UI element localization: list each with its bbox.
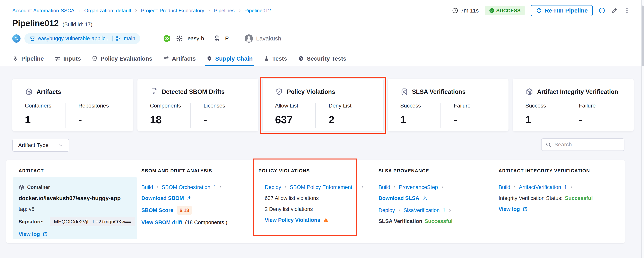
stage-link[interactable]: Build bbox=[378, 184, 390, 190]
page-scrollbar[interactable] bbox=[641, 0, 644, 258]
tab-tests[interactable]: Tests bbox=[263, 52, 287, 66]
chevron-right-icon bbox=[448, 208, 452, 212]
stat: Repositories - bbox=[78, 102, 119, 128]
rerun-pipeline-button[interactable]: Re-run Pipeline bbox=[531, 5, 593, 16]
stat: Success 1 bbox=[525, 102, 566, 128]
download-sbom-link[interactable]: Download SBOM bbox=[141, 195, 192, 201]
meta-divider bbox=[237, 33, 237, 44]
scrollbar-thumb[interactable] bbox=[642, 6, 644, 66]
step-link[interactable]: SBOM Orchestration_1 bbox=[162, 184, 216, 190]
search-input[interactable] bbox=[554, 142, 620, 148]
artifact-signature-row: Signature: MEQCICde2Vjl...L+2+mqnOXw== bbox=[18, 217, 135, 226]
sbom-score-link[interactable]: SBOM Score bbox=[141, 207, 174, 214]
download-icon bbox=[187, 196, 192, 201]
sbom-score-row: SBOM Score 6.13 bbox=[141, 206, 227, 214]
supply-chain-shield-icon bbox=[206, 56, 212, 62]
policy-step-path: Deploy SBOM Policy Enforcement_1 bbox=[265, 184, 364, 190]
step-link[interactable]: ArtifactVerification_1 bbox=[519, 184, 567, 190]
stat-divider bbox=[566, 103, 566, 128]
breadcrumb-pipelines[interactable]: Pipelines bbox=[214, 8, 235, 14]
integrity-view-log-row: View log bbox=[498, 206, 593, 212]
card-title: Artifacts bbox=[36, 88, 61, 96]
chevron-right-icon bbox=[392, 185, 396, 189]
stat: Allow List 637 bbox=[275, 102, 315, 128]
stat-divider bbox=[315, 103, 316, 128]
tab-pipeline[interactable]: Pipeline bbox=[12, 52, 44, 66]
stat: Deny List 2 bbox=[329, 102, 369, 128]
edit-pipeline-button[interactable] bbox=[611, 7, 618, 14]
status-badge: SUCCESS bbox=[485, 6, 525, 15]
view-policy-violations-row: View Policy Violations bbox=[265, 217, 364, 223]
tab-supply-chain[interactable]: Supply Chain bbox=[206, 52, 253, 66]
download-slsa-link[interactable]: Download SLSA bbox=[378, 195, 428, 201]
breadcrumb-project[interactable]: Project: Product Exploratory bbox=[141, 8, 204, 14]
more-options-button[interactable] bbox=[624, 7, 630, 14]
artifact-type-dropdown[interactable]: Artifact Type bbox=[12, 139, 69, 152]
sbom-step-path: Build SBOM Orchestration_1 bbox=[141, 184, 227, 190]
step-link[interactable]: SlsaVerification_1 bbox=[404, 207, 446, 214]
download-slsa-row: Download SLSA bbox=[378, 195, 452, 201]
trigger-initial[interactable]: P. bbox=[225, 36, 230, 42]
stat: Failure - bbox=[454, 102, 494, 128]
sbom-document-icon bbox=[150, 88, 158, 96]
status-successful: Successful bbox=[565, 195, 593, 201]
view-sbom-drift-link[interactable]: View SBOM drift bbox=[141, 219, 182, 226]
tab-security-tests[interactable]: Security Tests bbox=[298, 52, 346, 66]
sbom-drift-row: View SBOM drift (18 Components ) bbox=[141, 219, 227, 226]
shield-check-icon bbox=[275, 88, 283, 96]
stage-link[interactable]: Build bbox=[498, 184, 510, 190]
slsa-shield-icon bbox=[400, 88, 408, 96]
tab-artifacts[interactable]: Artifacts bbox=[163, 52, 196, 66]
breadcrumb-account[interactable]: Account: Automation-SSCA bbox=[12, 8, 74, 14]
step-link[interactable]: ProvenanceStep bbox=[399, 184, 438, 190]
card-title: SLSA Verifications bbox=[412, 88, 466, 96]
stat: Failure - bbox=[579, 102, 619, 128]
artifact-type-label: Container bbox=[27, 184, 50, 190]
sbom-cell: Build SBOM Orchestration_1 Download SBOM… bbox=[141, 184, 227, 226]
triggered-by-user: Lavakush bbox=[245, 34, 281, 42]
column-header-policy: POLICY VIOLATIONS bbox=[258, 168, 310, 174]
cube-icon bbox=[25, 88, 33, 96]
view-log-link[interactable]: View log bbox=[18, 231, 48, 237]
policy-cell: Deploy SBOM Policy Enforcement_1 637 All… bbox=[265, 184, 364, 223]
chevron-right-icon bbox=[284, 185, 288, 189]
check-circle-icon bbox=[489, 8, 494, 13]
pipeline-ref-text[interactable]: easy-b... bbox=[188, 36, 208, 42]
breadcrumb-current[interactable]: Pipeline012 bbox=[244, 8, 271, 14]
info-button[interactable] bbox=[599, 7, 605, 14]
card-artifacts: Artifacts Containers 1 Repositories - bbox=[12, 79, 133, 131]
execution-tabs: Pipeline Inputs Policy Evaluations Artif… bbox=[0, 52, 644, 66]
slsa-cell: Build ProvenanceStep Download SLSA Deplo… bbox=[378, 184, 452, 224]
view-policy-violations-link[interactable]: View Policy Violations bbox=[265, 217, 320, 223]
card-artifact-integrity: Artifact Integrity Verification Success … bbox=[513, 79, 634, 131]
clock-icon bbox=[452, 8, 458, 14]
status-text: SUCCESS bbox=[496, 8, 521, 14]
card-title: Artifact Integrity Verification bbox=[537, 88, 618, 96]
view-log-link[interactable]: View log bbox=[498, 206, 528, 212]
tab-inputs[interactable]: Inputs bbox=[54, 52, 81, 66]
page-title: Pipeline012 bbox=[12, 18, 59, 28]
tab-policy-evaluations[interactable]: Policy Evaluations bbox=[92, 52, 152, 66]
gear-icon[interactable] bbox=[176, 35, 183, 42]
card-policy-violations: Policy Violations Allow List 637 Deny Li… bbox=[262, 79, 384, 131]
chevron-right-icon bbox=[218, 185, 222, 189]
cube-icon bbox=[525, 88, 534, 96]
stage-link[interactable]: Deploy bbox=[265, 184, 281, 190]
integrity-step-path: Build ArtifactVerification_1 bbox=[498, 184, 593, 190]
sbom-score-badge: 6.13 bbox=[177, 206, 192, 214]
avatar bbox=[245, 34, 253, 42]
run-actions: 7m 11s SUCCESS Re-run Pipeline bbox=[452, 5, 630, 16]
stage-link[interactable]: Deploy bbox=[378, 207, 395, 214]
artifact-view-log-row: View log bbox=[18, 231, 135, 237]
step-link[interactable]: SBOM Policy Enforcement_1 bbox=[290, 184, 358, 190]
repository-chip[interactable]: easybuggy-vulnerable-applic... main bbox=[24, 33, 140, 44]
signature-value[interactable]: MEQCICde2Vjl...L+2+mqnOXw== bbox=[50, 217, 136, 226]
breadcrumb-organization[interactable]: Organization: default bbox=[84, 8, 131, 14]
security-shield-icon bbox=[298, 56, 304, 62]
external-link-icon bbox=[42, 232, 48, 237]
stat-divider bbox=[440, 103, 441, 128]
chevron-right-icon bbox=[207, 8, 211, 12]
card-title: Detected SBOM Drifts bbox=[162, 88, 225, 96]
harness-ci-icon bbox=[162, 34, 171, 43]
stage-link[interactable]: Build bbox=[141, 184, 153, 190]
